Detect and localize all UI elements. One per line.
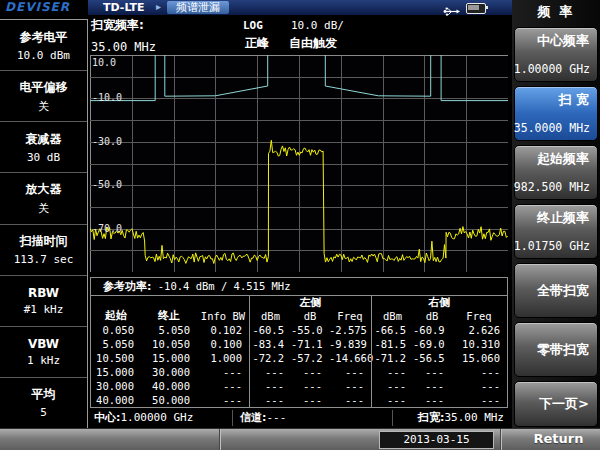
table-cell: ---	[371, 365, 413, 379]
sidebar-item-3: 放大器关	[0, 173, 87, 224]
table-cell: 0.100	[197, 337, 249, 351]
sidebar-item-value: 113.7 sec	[14, 253, 74, 266]
table-cell: ---	[291, 393, 329, 407]
sidebar-item-value: 关	[38, 99, 49, 114]
table-cell: 0.050	[91, 323, 141, 337]
page-tab[interactable]: 频谱泄漏	[167, 1, 229, 14]
sidebar-item-2: 衰减器30 dB	[0, 122, 87, 173]
table-cell: 0.102	[197, 323, 249, 337]
return-button[interactable]: Return	[517, 428, 600, 450]
measurement-table: 参考功率: -10.4 dBm / 4.515 MHz 左侧 右侧 起始终止In…	[90, 277, 508, 408]
softkey-label: 扫 宽	[558, 91, 589, 109]
footer-info-bar: 中心:1.00000 GHz 信道:--- 扫宽:35.00 MHz	[90, 410, 508, 426]
table-column-header: 起始终止Info BWdBmdBFreqdBmdBFreq	[91, 309, 507, 323]
softkey-button-0[interactable]: 中心频率1.00000 GHz	[514, 27, 598, 82]
ref-power-value: -10.4 dBm / 4.515 MHz	[158, 280, 291, 292]
footer-center-freq: 中心:1.00000 GHz	[94, 410, 193, 425]
table-cell: ---	[249, 379, 291, 393]
table-cell: -71.1	[291, 337, 329, 351]
span-freq-label: 扫宽频率:	[91, 17, 144, 34]
table-row: 0.0505.0500.102-60.5-55.0-2.575-66.5-60.…	[91, 323, 507, 337]
table-cell: -72.2	[249, 351, 291, 365]
table-column-label: Freq	[451, 309, 507, 323]
table-cell: 10.310	[451, 337, 507, 351]
softkey-label: 终止频率	[537, 209, 589, 227]
table-cell: -2.575	[329, 323, 371, 337]
statusbar-divider	[219, 429, 220, 450]
sidebar-item-label: 扫描时间	[20, 233, 68, 250]
table-cell: 10.050	[141, 337, 197, 351]
table-cell: ---	[413, 379, 451, 393]
battery-icon	[466, 3, 486, 14]
table-cell: -60.9	[413, 323, 451, 337]
softkey-value: 35.0000 MHz	[514, 121, 590, 135]
softkey-button-4[interactable]: 全带扫宽	[514, 263, 598, 318]
trace-line	[90, 140, 508, 263]
sidebar-item-value: 30 dB	[27, 151, 60, 164]
table-cell: ---	[451, 365, 507, 379]
softkey-label: 起始频率	[537, 150, 589, 168]
table-cell: ---	[329, 365, 371, 379]
softkey-button-6[interactable]: 下一页>	[514, 381, 598, 427]
ref-power-line: 参考功率: -10.4 dBm / 4.515 MHz	[91, 278, 507, 296]
mode-tab[interactable]: TD-LTE	[103, 1, 145, 14]
group-right-label: 右侧	[371, 296, 507, 309]
table-cell: 30.000	[91, 379, 141, 393]
table-column-label: Freq	[329, 309, 371, 323]
group-left-label: 左侧	[249, 296, 371, 309]
table-cell: 15.000	[91, 365, 141, 379]
table-cell: -81.5	[371, 337, 413, 351]
title-bar: TD-LTE ▸ 频谱泄漏	[88, 0, 512, 15]
sidebar-item-label: RBW	[28, 286, 59, 300]
sidebar-item-0: 参考电平10.0 dBm	[0, 20, 87, 71]
softkey-value: 982.500 MHz	[514, 180, 590, 194]
table-cell: ---	[371, 379, 413, 393]
sidebar-item-label: 平均	[32, 386, 56, 403]
sidebar-item-value: 5	[40, 406, 47, 419]
table-cell: 30.000	[141, 365, 197, 379]
softkey-button-1[interactable]: 扫 宽35.0000 MHz	[514, 86, 598, 141]
table-column-label: 终止	[141, 309, 197, 323]
scale-per-div: 10.0 dB/	[291, 19, 344, 32]
softkey-button-5[interactable]: 零带扫宽	[514, 322, 598, 377]
table-cell: ---	[413, 365, 451, 379]
table-cell: 10.500	[91, 351, 141, 365]
brand-logo: DEVISER	[5, 0, 88, 15]
sidebar-item-4: 扫描时间113.7 sec	[0, 225, 87, 276]
table-cell: -57.2	[291, 351, 329, 365]
sidebar-item-6: VBW1 kHz	[0, 327, 87, 378]
table-cell: 40.000	[91, 393, 141, 407]
table-cell: ---	[451, 393, 507, 407]
table-cell: ---	[371, 393, 413, 407]
softkey-value: 1.01750 GHz	[514, 239, 590, 253]
table-cell: 15.060	[451, 351, 507, 365]
sidebar-item-7: 平均5	[0, 378, 87, 428]
sidebar-item-label: 参考电平	[20, 29, 68, 46]
sidebar-item-value: 10.0 dBm	[17, 49, 70, 62]
softkey-label: 下一页>	[539, 395, 589, 413]
table-column-label: 起始	[91, 309, 141, 323]
table-column-label: dBm	[249, 309, 291, 323]
table-cell: -60.5	[249, 323, 291, 337]
breadcrumb-arrow-icon: ▸	[156, 1, 161, 12]
sidebar-item-value: #1 kHz	[24, 303, 64, 316]
sidebar-item-5: RBW#1 kHz	[0, 276, 87, 327]
softkey-button-3[interactable]: 终止频率1.01750 GHz	[514, 204, 598, 259]
table-cell: ---	[451, 379, 507, 393]
table-cell: -66.5	[371, 323, 413, 337]
table-row: 10.50015.0001.000-72.2-57.2-14.660-71.2-…	[91, 351, 507, 365]
table-cell: 50.000	[141, 393, 197, 407]
table-cell: -55.0	[291, 323, 329, 337]
detector-mode: 正峰	[245, 35, 269, 52]
table-cell: ---	[197, 393, 249, 407]
table-cell: -83.4	[249, 337, 291, 351]
analyzer-screen: DEVISER TD-LTE ▸ 频谱泄漏 参考电平10.0 dBm电平偏移关衰…	[0, 0, 600, 450]
footer-divider	[392, 410, 393, 426]
spectrum-chart	[90, 55, 508, 272]
table-row: 30.00040.000---------------------	[91, 379, 507, 393]
log-scale-label: LOG	[243, 19, 263, 32]
trigger-mode: 自由触发	[289, 35, 337, 52]
table-column-label: dBm	[371, 309, 413, 323]
table-cell: ---	[329, 393, 371, 407]
softkey-button-2[interactable]: 起始频率982.500 MHz	[514, 145, 598, 200]
